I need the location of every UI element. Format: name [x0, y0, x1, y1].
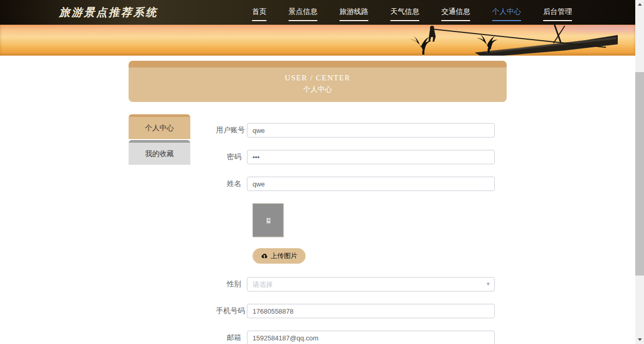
form-row-upload: 上传图片: [216, 248, 495, 264]
account-label: 用户账号: [216, 126, 247, 135]
site-title: 旅游景点推荐系统: [59, 5, 158, 20]
gender-select[interactable]: [247, 277, 495, 291]
form-row-email: 邮箱: [216, 331, 495, 344]
nav-item-routes[interactable]: 旅游线路: [339, 7, 368, 18]
nav-item-home[interactable]: 首页: [252, 7, 266, 18]
form-row-password: 密码: [216, 150, 495, 164]
browser-viewport: 旅游景点推荐系统 首页 景点信息 旅游线路 天气信息 交通信息 个人中心 后台管…: [0, 0, 644, 344]
form-row-name: 姓名: [216, 177, 495, 191]
name-label: 姓名: [216, 179, 247, 188]
broken-image-icon: [266, 218, 271, 223]
profile-form: 用户账号 密码 姓名: [216, 114, 495, 344]
nav-item-user-center[interactable]: 个人中心: [492, 7, 521, 18]
nav-item-admin[interactable]: 后台管理: [543, 7, 572, 18]
scroll-up-arrow-icon[interactable]: [635, 0, 644, 9]
password-input[interactable]: [247, 150, 495, 164]
phone-label: 手机号码: [216, 306, 247, 316]
avatar-image-placeholder: [253, 203, 283, 237]
sidebar-tab-my-favorites[interactable]: 我的收藏: [129, 140, 190, 165]
password-label: 密码: [216, 152, 247, 162]
phone-input[interactable]: [247, 304, 495, 318]
account-input[interactable]: [247, 123, 495, 137]
sunset-banner-image: [0, 25, 635, 56]
top-navbar: 旅游景点推荐系统 首页 景点信息 旅游线路 天气信息 交通信息 个人中心 后台管…: [0, 0, 635, 25]
cloud-upload-icon: [261, 253, 268, 259]
sidebar-tab-label: 个人中心: [129, 117, 190, 139]
sidebar-tab-label: 我的收藏: [129, 143, 190, 165]
page-header: USER / CENTER 个人中心: [129, 61, 507, 102]
form-row-phone: 手机号码: [216, 304, 495, 318]
gender-label: 性别: [216, 280, 247, 289]
page-title-zh: 个人中心: [129, 84, 507, 95]
vertical-scrollbar[interactable]: [635, 0, 644, 344]
page-title-en: USER / CENTER: [129, 73, 507, 83]
scrollbar-thumb[interactable]: [635, 72, 644, 276]
scroll-down-arrow-icon[interactable]: [635, 335, 644, 344]
cormorant-boat-silhouette-icon: [297, 25, 627, 56]
sidebar: 个人中心 我的收藏: [129, 114, 190, 166]
form-row-avatar: [216, 203, 495, 237]
email-input[interactable]: [247, 331, 495, 344]
sidebar-tab-user-center[interactable]: 个人中心: [129, 114, 190, 139]
form-row-account: 用户账号: [216, 123, 495, 137]
page-header-accent-strip: [129, 61, 507, 67]
name-input[interactable]: [247, 177, 495, 191]
upload-image-button[interactable]: 上传图片: [253, 248, 306, 264]
nav-item-attractions[interactable]: 景点信息: [289, 7, 317, 18]
nav-item-weather[interactable]: 天气信息: [390, 7, 419, 18]
form-row-gender: 性别 ▾: [216, 277, 495, 291]
nav-item-traffic[interactable]: 交通信息: [441, 7, 470, 18]
main-nav: 首页 景点信息 旅游线路 天气信息 交通信息 个人中心 后台管理: [252, 0, 572, 25]
upload-button-label: 上传图片: [271, 251, 297, 261]
email-label: 邮箱: [216, 333, 247, 342]
